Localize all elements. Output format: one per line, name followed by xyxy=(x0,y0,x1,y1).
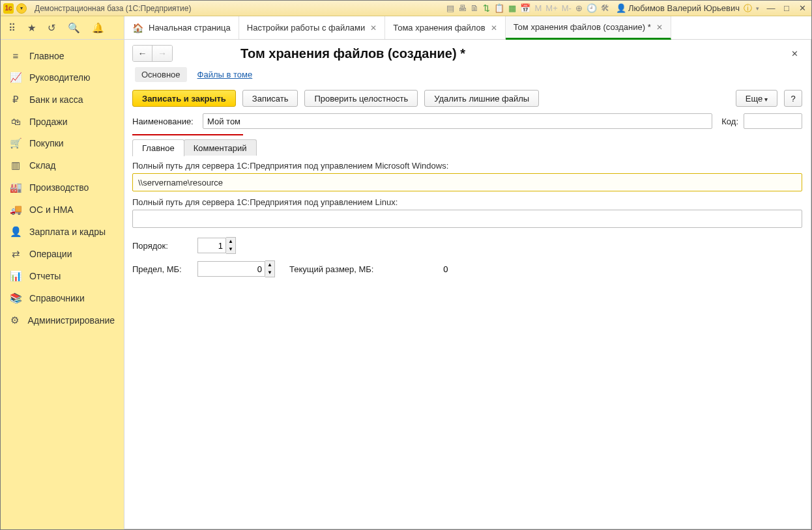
clock-icon[interactable]: 🕘 xyxy=(587,3,597,13)
more-button[interactable]: Еще xyxy=(736,90,777,107)
notifications-icon[interactable]: 🔔 xyxy=(92,22,104,34)
tab-file-settings-label: Настройки работы с файлами xyxy=(247,23,365,33)
favorite-icon[interactable]: ★ xyxy=(27,22,36,34)
calendar-icon[interactable]: 📅 xyxy=(520,3,530,13)
home-icon: 🏠 xyxy=(132,23,143,33)
history-icon[interactable]: ↺ xyxy=(48,22,56,34)
bars-icon: 📊 xyxy=(10,270,22,282)
minimize-button[interactable]: — xyxy=(764,3,777,13)
save-button[interactable]: Записать xyxy=(242,90,298,107)
check-integrity-button[interactable]: Проверить целостность xyxy=(304,90,418,107)
tab-file-settings[interactable]: Настройки работы с файлами ✕ xyxy=(239,16,385,39)
path-linux-label: Полный путь для сервера 1С:Предприятия п… xyxy=(132,197,802,207)
compare-icon[interactable]: ⇅ xyxy=(483,3,490,13)
sidebar-item-label: Руководителю xyxy=(29,72,90,83)
help-button[interactable]: ? xyxy=(784,90,802,107)
sidebar-item-reports[interactable]: 📊Отчеты xyxy=(1,265,124,287)
m-icon[interactable]: M xyxy=(534,3,542,13)
zoom-icon[interactable]: ⊕ xyxy=(575,3,583,13)
close-icon[interactable]: ✕ xyxy=(656,23,663,32)
sidebar-item-main[interactable]: ≡Главное xyxy=(1,45,124,66)
tab-volume-create-label: Том хранения файлов (создание) * xyxy=(514,22,651,32)
tool-icon[interactable]: 🛠 xyxy=(601,3,609,13)
subnav-main[interactable]: Основное xyxy=(135,67,187,82)
doc-icon[interactable]: 🗎 xyxy=(471,3,479,13)
required-underline xyxy=(132,132,184,135)
m-plus-icon[interactable]: M+ xyxy=(545,3,557,13)
sidebar-item-production[interactable]: 🏭Производство xyxy=(1,176,124,199)
app-icon: 1c xyxy=(3,3,14,14)
bag-icon: 🛍 xyxy=(10,116,22,127)
close-window-button[interactable]: ✕ xyxy=(796,3,809,13)
close-icon[interactable]: ✕ xyxy=(491,23,497,33)
order-label: Порядок: xyxy=(132,241,191,251)
tab-volumes-list-label: Тома хранения файлов xyxy=(393,23,485,33)
apps-icon[interactable]: ⠿ xyxy=(8,22,16,34)
sidebar-item-assets[interactable]: 🚚ОС и НМА xyxy=(1,199,124,221)
code-input[interactable] xyxy=(744,113,802,129)
current-size-value xyxy=(380,261,452,277)
sidebar-item-label: Продажи xyxy=(29,117,67,127)
path-linux-input[interactable] xyxy=(132,210,802,228)
save-icon[interactable]: ▤ xyxy=(446,3,454,13)
path-windows-input[interactable] xyxy=(132,173,802,191)
ruble-icon: ₽ xyxy=(10,94,22,105)
limit-spinner-down[interactable]: ▼ xyxy=(265,269,274,277)
limit-label: Предел, МБ: xyxy=(132,264,191,274)
nav-back-button[interactable]: ← xyxy=(133,46,152,61)
subnav-files-in-volume[interactable]: Файлы в томе xyxy=(197,67,253,82)
path-windows-label: Полный путь для сервера 1С:Предприятия п… xyxy=(132,161,802,171)
order-input[interactable] xyxy=(197,238,226,253)
inner-tab-comment[interactable]: Комментарий xyxy=(184,139,257,156)
limit-spinner-up[interactable]: ▲ xyxy=(265,261,274,269)
order-spinner-up[interactable]: ▲ xyxy=(226,238,235,245)
sidebar-item-hr[interactable]: 👤Зарплата и кадры xyxy=(1,221,124,243)
sidebar: ≡Главное 📈Руководителю ₽Банк и касса 🛍Пр… xyxy=(1,40,124,529)
sidebar-item-manager[interactable]: 📈Руководителю xyxy=(1,66,124,89)
document-tabs: 🏠 Начальная страница Настройки работы с … xyxy=(124,16,811,39)
sidebar-item-purchases[interactable]: 🛒Покупки xyxy=(1,132,124,154)
gear-icon: ⚙ xyxy=(10,314,20,326)
top-tools: ⠿ ★ ↺ 🔍 🔔 xyxy=(1,16,124,39)
tab-volumes-list[interactable]: Тома хранения файлов ✕ xyxy=(385,16,505,39)
sidebar-item-label: Банк и касса xyxy=(29,94,83,105)
user-name: Любимов Валерий Юрьевич xyxy=(628,3,740,13)
sidebar-item-bank[interactable]: ₽Банк и касса xyxy=(1,89,124,111)
info-dropdown-icon[interactable]: ▾ xyxy=(756,5,759,12)
close-icon[interactable]: ✕ xyxy=(370,23,377,33)
truck-icon: 🚚 xyxy=(10,204,22,216)
limit-input[interactable] xyxy=(197,261,265,277)
sidebar-item-label: Зарплата и кадры xyxy=(29,227,106,237)
save-and-close-button[interactable]: Записать и закрыть xyxy=(132,90,236,107)
current-size-label: Текущий размер, МБ: xyxy=(289,264,373,274)
tab-volume-create[interactable]: Том хранения файлов (создание) * ✕ xyxy=(506,16,671,40)
boxes-icon: ▥ xyxy=(10,160,22,171)
required-underline xyxy=(184,134,243,135)
name-label: Наименование: xyxy=(132,117,197,126)
inner-tab-main[interactable]: Главное xyxy=(132,139,184,156)
name-input[interactable] xyxy=(203,113,712,129)
tab-home[interactable]: 🏠 Начальная страница xyxy=(124,16,239,39)
sidebar-item-label: ОС и НМА xyxy=(29,204,74,215)
sidebar-item-label: Операции xyxy=(29,249,72,259)
print-icon[interactable]: 🖶 xyxy=(458,3,467,13)
order-spinner-down[interactable]: ▼ xyxy=(226,245,235,253)
sidebar-item-catalogs[interactable]: 📚Справочники xyxy=(1,287,124,309)
m-minus-icon[interactable]: M- xyxy=(562,3,572,13)
sidebar-item-admin[interactable]: ⚙Администрирование xyxy=(1,309,124,331)
factory-icon: 🏭 xyxy=(10,182,22,193)
nav-forward-button[interactable]: → xyxy=(152,46,172,61)
delete-extra-files-button[interactable]: Удалить лишние файлы xyxy=(424,90,539,107)
sidebar-item-label: Производство xyxy=(29,182,89,193)
sidebar-item-operations[interactable]: ⇄Операции xyxy=(1,243,124,265)
maximize-button[interactable]: □ xyxy=(780,3,793,13)
sidebar-item-warehouse[interactable]: ▥Склад xyxy=(1,154,124,176)
info-icon[interactable]: ⓘ xyxy=(744,3,752,14)
search-icon[interactable]: 🔍 xyxy=(68,22,80,34)
chart-up-icon: 📈 xyxy=(10,72,22,83)
sidebar-item-sales[interactable]: 🛍Продажи xyxy=(1,111,124,132)
close-page-button[interactable]: ✕ xyxy=(787,48,802,60)
app-menu-icon[interactable]: ▾ xyxy=(16,3,27,14)
calc-icon[interactable]: ▦ xyxy=(508,3,516,13)
clipboard-icon[interactable]: 📋 xyxy=(494,3,504,13)
